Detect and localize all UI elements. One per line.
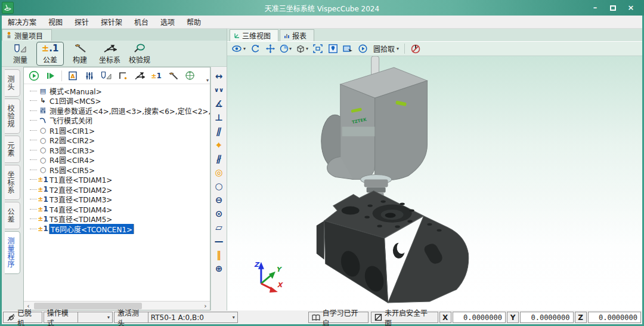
- tree-item-tdiam2[interactable]: ±1T2直径<TDIAM2>: [27, 184, 210, 195]
- construct-small-button[interactable]: [165, 69, 181, 83]
- tree-item-mode[interactable]: ▤模式<Manual>: [27, 86, 210, 96]
- tree-item-cir2[interactable]: ○R2圆<CIR2>: [27, 136, 210, 146]
- menu-machine[interactable]: 机台: [128, 16, 154, 28]
- coord-y-label: Y: [507, 312, 519, 323]
- restore-button[interactable]: [608, 3, 618, 13]
- tree-item-tdiam4[interactable]: ±1T4直径<TDIAM4>: [27, 204, 210, 214]
- zoom-fit-button[interactable]: [311, 42, 324, 55]
- menu-options[interactable]: 选项: [154, 16, 181, 28]
- tree-item-tdiam1[interactable]: ±1T1直径<TDIAM1>: [27, 175, 210, 185]
- side-tab-elements[interactable]: 元素: [5, 136, 20, 163]
- menu-probe[interactable]: 探针: [69, 16, 95, 28]
- stop-button[interactable]: [409, 42, 422, 55]
- coordsys-small-button[interactable]: [132, 69, 147, 83]
- compass-button[interactable]: [182, 69, 197, 83]
- ribbon-gauge-button[interactable]: 校验规: [126, 42, 153, 66]
- measure-element-button[interactable]: [98, 69, 114, 83]
- menu-help[interactable]: 帮助: [181, 16, 207, 28]
- ribbon-measure-button[interactable]: 测量: [7, 42, 34, 66]
- self-learn-status[interactable]: 自学习已开启: [308, 312, 369, 323]
- active-probe-select[interactable]: RT50-1 A:0,B:0 ▾: [148, 312, 237, 322]
- gdt-concentricity-icon[interactable]: ◎: [212, 167, 225, 178]
- scroll-right-arrow[interactable]: ›: [201, 302, 210, 310]
- gdt-angularity-icon[interactable]: ∦: [211, 153, 227, 164]
- step-run-button[interactable]: [43, 69, 58, 83]
- view-direction-button[interactable]: ▾: [231, 42, 247, 55]
- locate-button[interactable]: [326, 42, 339, 55]
- auto-label-button[interactable]: A: [65, 69, 80, 83]
- gdt-flatness-icon[interactable]: ▱: [212, 222, 225, 233]
- tolerance-small-button[interactable]: ±1: [148, 69, 164, 83]
- safety-plane-status[interactable]: 未开启安全平面: [371, 312, 438, 323]
- gdt-symmetry-icon[interactable]: ‖: [212, 249, 225, 260]
- tree-item-cir4[interactable]: ○R4圆<CIR4>: [27, 155, 210, 165]
- window-select-button[interactable]: [341, 42, 354, 55]
- rotate-view-button[interactable]: [249, 42, 262, 55]
- gdt-distance-icon[interactable]: ↔: [212, 70, 225, 82]
- tree-item-parameters[interactable]: 测量参数逼近<4>,回退<3>,搜索<6>,定位<2>,定位加<2>,测: [27, 106, 210, 116]
- tree-item-cir3[interactable]: ○R3圆<CIR3>: [27, 145, 210, 155]
- ribbon-tolerance-button[interactable]: ±.1 公差: [36, 42, 64, 66]
- gdt-position-icon[interactable]: ⌖: [212, 139, 225, 150]
- operation-mode-select[interactable]: ▾: [78, 312, 112, 322]
- menu-view[interactable]: 视图: [42, 16, 69, 28]
- render-mode-button[interactable]: ▾: [278, 42, 293, 55]
- parameters-button[interactable]: [82, 69, 97, 83]
- viewport-3d[interactable]: TZTEK: [227, 56, 642, 310]
- coord-x-value: 0.0000000: [453, 312, 506, 323]
- gdt-runout-icon[interactable]: ⊙: [212, 208, 225, 219]
- offline-label: 已脱机: [17, 307, 39, 326]
- side-tab-tolerance[interactable]: 公差: [5, 202, 20, 229]
- ribbon-construct-button[interactable]: 构建: [66, 42, 94, 66]
- coordsys-icon: [103, 43, 117, 54]
- active-probe-label: 激活测头: [117, 307, 145, 326]
- probe-head: TZTEK: [321, 67, 428, 180]
- side-tab-gauge[interactable]: 校验规: [5, 99, 20, 134]
- hammer-icon: [73, 43, 86, 54]
- menu-solution[interactable]: 解决方案: [2, 16, 42, 28]
- project-icon: [6, 32, 12, 39]
- axis-triad: Z Y X: [254, 261, 284, 293]
- tree-toolbar: A: [24, 67, 210, 84]
- tree-item-cir5[interactable]: ○R5圆<CIR5>: [27, 165, 210, 175]
- tab-measure-project[interactable]: 测量项目: [2, 29, 52, 41]
- side-tab-coordsys[interactable]: 坐标系: [5, 165, 20, 200]
- run-program-button[interactable]: [26, 69, 42, 83]
- play-measure-button[interactable]: [356, 42, 369, 55]
- book-icon: [312, 314, 320, 321]
- gdt-total-runout-icon[interactable]: ⊕: [212, 263, 225, 274]
- tree-item-tdiam5[interactable]: ±1T5直径<TDIAM5>: [27, 214, 210, 224]
- view-cube-button[interactable]: ▾: [295, 42, 309, 55]
- app-icon[interactable]: [2, 2, 14, 14]
- tree-item-tdiam3[interactable]: ±1T3直径<TDIAM3>: [27, 195, 210, 205]
- circle-icon: ○: [38, 126, 48, 134]
- menu-probe-rack[interactable]: 探针架: [95, 16, 128, 28]
- side-tab-program[interactable]: 测量程序: [5, 231, 20, 274]
- gdt-cylindricity-icon[interactable]: ⊖: [212, 194, 225, 205]
- coord-x-label: X: [439, 312, 451, 323]
- gdt-straightness-icon[interactable]: —: [212, 235, 225, 247]
- gdt-angle-between-icon[interactable]: ∨∨: [212, 84, 225, 96]
- workpiece: [317, 191, 469, 303]
- circle-pick-button[interactable]: 圆拾取 ▾: [371, 42, 400, 55]
- operation-mode-control: 操作模式 ▾: [44, 312, 113, 323]
- pan-view-button[interactable]: [264, 42, 277, 55]
- gdt-parallelism-icon[interactable]: ∥: [211, 125, 227, 137]
- toolbar-overflow-button[interactable]: ▾: [206, 78, 209, 83]
- minimize-button[interactable]: –: [590, 3, 600, 13]
- tree-item-recall[interactable]: ↳C1回调<MCS>: [27, 96, 210, 106]
- tree-item-flymode[interactable]: 飞行模式关闭: [27, 116, 210, 126]
- gdt-roundness-icon[interactable]: ○: [212, 180, 225, 192]
- coord-z-value: 0.0000000: [588, 312, 642, 323]
- ribbon-coordsys-button[interactable]: 坐标系: [96, 42, 123, 66]
- gdt-perpendicularity-icon[interactable]: ⊥: [212, 112, 225, 123]
- close-button[interactable]: ×: [626, 3, 636, 13]
- gdt-angle-icon[interactable]: ∡: [212, 98, 225, 109]
- tree-item-tconcen1-selected[interactable]: ±1T6同心度<TCONCEN1>: [27, 224, 210, 234]
- active-probe-control: 激活测头 RT50-1 A:0,B:0 ▾: [114, 312, 238, 323]
- tab-report[interactable]: 报表: [280, 29, 314, 41]
- tree-item-cir1[interactable]: ○R1圆<CIR1>: [27, 125, 210, 136]
- tab-3d-view[interactable]: 三维视图: [230, 29, 278, 41]
- side-tab-probe[interactable]: 测头: [5, 69, 20, 97]
- edge-point-button[interactable]: [115, 69, 131, 83]
